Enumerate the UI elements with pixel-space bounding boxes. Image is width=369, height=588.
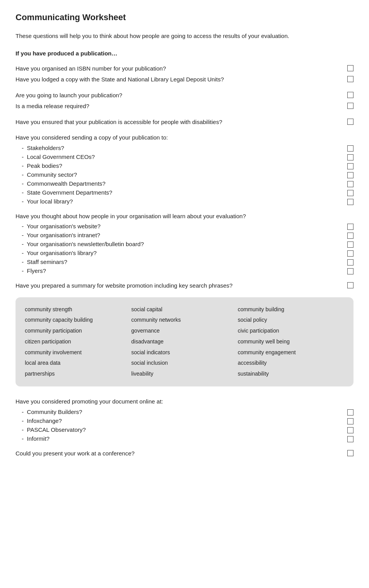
keyword-citizen-participation: citizen participation	[25, 337, 131, 347]
sub-item-lg-ceos: - Local Government CEOs?	[16, 153, 353, 160]
checkbox-informit[interactable]	[347, 436, 353, 442]
question-group-5: Have you thought about how people in you…	[16, 212, 353, 275]
checkbox-conference[interactable]	[347, 450, 353, 456]
sub-item-intranet-text: - Your organisation's intranet?	[22, 232, 347, 238]
question-group-7: Have you considered promoting your docum…	[16, 397, 353, 442]
question-launch: Are you going to launch your publication…	[16, 91, 353, 100]
keyword-community-engagement: community engagement	[238, 348, 344, 357]
question-disabilities-text: Have you ensured that your publication i…	[16, 118, 347, 127]
sub-item-newsletter-text: - Your organisation's newsletter/bulleti…	[22, 241, 347, 247]
checkbox-lg-ceos[interactable]	[347, 154, 353, 160]
question-library-deposit: Have you lodged a copy with the State an…	[16, 75, 353, 84]
keyword-civic-participation: civic participation	[238, 326, 344, 336]
checkbox-community-builders[interactable]	[347, 409, 353, 416]
question-isbn: Have you organised an ISBN number for yo…	[16, 64, 353, 73]
keyword-social-inclusion: social inclusion	[131, 359, 237, 368]
page-title: Communicating Worksheet	[16, 12, 353, 22]
keyword-community-networks: community networks	[131, 316, 237, 325]
keyword-community-capacity-building: community capacity building	[25, 316, 131, 325]
sub-item-informit-text: - Informit?	[22, 435, 347, 442]
sub-item-org-library: - Your organisation's library?	[16, 250, 353, 257]
checkbox-media-release[interactable]	[347, 103, 353, 109]
sub-item-pascal: - PASCAL Observatory?	[16, 426, 353, 433]
sub-item-lg-ceos-text: - Local Government CEOs?	[22, 153, 347, 160]
sub-item-community-sector: - Community sector?	[16, 171, 353, 178]
question-launch-text: Are you going to launch your publication…	[16, 91, 347, 100]
question-group-4: Have you considered sending a copy of yo…	[16, 133, 353, 205]
keyword-governance: governance	[131, 326, 237, 336]
checkbox-community-sector[interactable]	[347, 172, 353, 178]
question-org-intro: Have you thought about how people in you…	[16, 212, 353, 221]
question-website-summary-text: Have you prepared a summary for website …	[16, 281, 347, 290]
keyword-community-involvement: community involvement	[25, 348, 131, 357]
checkbox-local-library[interactable]	[347, 199, 353, 205]
sub-item-website: - Your organisation's website?	[16, 223, 353, 230]
question-org-intro-text: Have you thought about how people in you…	[16, 212, 353, 221]
question-conference: Could you present your work at a confere…	[16, 449, 353, 458]
keyword-sustainability: sustainability	[238, 369, 344, 379]
keyword-community-well-being: community well being	[238, 337, 344, 347]
question-copy-intro-text: Have you considered sending a copy of yo…	[16, 133, 353, 142]
checkbox-isbn[interactable]	[347, 65, 353, 71]
checkbox-staff-seminars[interactable]	[347, 259, 353, 266]
sub-item-local-library-text: - Your local library?	[22, 198, 347, 205]
keyword-social-indicators: social indicators	[131, 348, 237, 357]
keyword-accessibility: accessibility	[238, 359, 344, 368]
question-group-6: Have you prepared a summary for website …	[16, 281, 353, 290]
question-conference-text: Could you present your work at a confere…	[16, 449, 347, 458]
checkbox-flyers[interactable]	[347, 268, 353, 274]
sub-item-commonwealth-text: - Commonwealth Departments?	[22, 180, 347, 187]
checkbox-launch[interactable]	[347, 92, 353, 98]
question-online-promo-intro-text: Have you considered promoting your docum…	[16, 397, 353, 406]
sub-item-infoxchange: - Infoxchange?	[16, 417, 353, 424]
keyword-local-area-data: local area data	[25, 359, 131, 368]
question-group-1: Have you organised an ISBN number for yo…	[16, 64, 353, 84]
question-website-summary: Have you prepared a summary for website …	[16, 281, 353, 290]
keyword-box: community strength community capacity bu…	[16, 297, 353, 387]
sub-item-flyers-text: - Flyers?	[22, 267, 347, 274]
checkbox-website-summary[interactable]	[347, 282, 353, 288]
checkbox-infoxchange[interactable]	[347, 418, 353, 424]
checkbox-newsletter[interactable]	[347, 241, 353, 248]
checkbox-stakeholders[interactable]	[347, 145, 353, 152]
sub-item-flyers: - Flyers?	[16, 267, 353, 274]
sub-item-peak-bodies: - Peak bodies?	[16, 162, 353, 169]
checkbox-commonwealth[interactable]	[347, 181, 353, 187]
sub-item-community-sector-text: - Community sector?	[22, 171, 347, 178]
keyword-col-3: community building social policy civic p…	[238, 305, 344, 379]
question-group-3: Have you ensured that your publication i…	[16, 118, 353, 127]
question-group-2: Are you going to launch your publication…	[16, 91, 353, 111]
question-media-release-text: Is a media release required?	[16, 102, 347, 111]
sub-item-org-library-text: - Your organisation's library?	[22, 250, 347, 256]
sub-item-state-gov-text: - State Government Departments?	[22, 189, 347, 196]
checkbox-peak-bodies[interactable]	[347, 163, 353, 169]
keyword-partnerships: partnerships	[25, 369, 131, 379]
keyword-col-2: social capital community networks govern…	[131, 305, 237, 379]
question-library-deposit-text: Have you lodged a copy with the State an…	[16, 75, 347, 84]
checkbox-library-deposit[interactable]	[347, 76, 353, 82]
question-online-promo-intro: Have you considered promoting your docum…	[16, 397, 353, 406]
checkbox-disabilities[interactable]	[347, 119, 353, 125]
question-media-release: Is a media release required?	[16, 102, 353, 111]
sub-item-stakeholders: - Stakeholders?	[16, 145, 353, 152]
online-promo-list: - Community Builders? - Infoxchange? - P…	[16, 409, 353, 442]
checkbox-intranet[interactable]	[347, 233, 353, 239]
sub-item-community-builders-text: - Community Builders?	[22, 409, 347, 415]
keyword-col-1: community strength community capacity bu…	[25, 305, 131, 379]
question-disabilities: Have you ensured that your publication i…	[16, 118, 353, 127]
sub-item-website-text: - Your organisation's website?	[22, 223, 347, 229]
checkbox-pascal[interactable]	[347, 427, 353, 433]
keyword-social-capital: social capital	[131, 305, 237, 314]
checkbox-org-library[interactable]	[347, 250, 353, 257]
sub-item-pascal-text: - PASCAL Observatory?	[22, 426, 347, 433]
sub-item-community-builders: - Community Builders?	[16, 409, 353, 416]
checkbox-website[interactable]	[347, 224, 353, 230]
sub-item-commonwealth: - Commonwealth Departments?	[16, 180, 353, 187]
keyword-community-participation: community participation	[25, 326, 131, 336]
question-isbn-text: Have you organised an ISBN number for yo…	[16, 64, 347, 73]
checkbox-state-gov[interactable]	[347, 190, 353, 196]
sub-item-local-library: - Your local library?	[16, 198, 353, 205]
sub-item-infoxchange-text: - Infoxchange?	[22, 417, 347, 424]
sub-item-peak-bodies-text: - Peak bodies?	[22, 162, 347, 169]
keyword-social-policy: social policy	[238, 316, 344, 325]
